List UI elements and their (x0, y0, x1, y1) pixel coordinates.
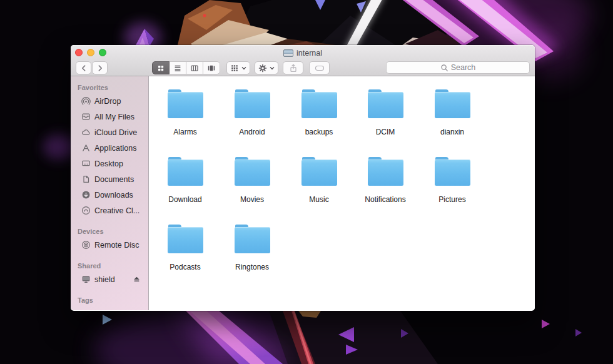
internal-drive-icon (283, 49, 293, 57)
chevron-left-icon (79, 64, 88, 73)
sidebar-item-label: AirDrop (94, 97, 121, 106)
sidebar-item-label: Remote Disc (94, 241, 139, 250)
search-input[interactable]: Search (386, 61, 530, 74)
sidebar-section-tags: Tags (78, 296, 148, 304)
folder-dianxin[interactable]: dianxin (421, 89, 484, 136)
sidebar-item-label: Creative Cl... (94, 206, 139, 215)
folder-dcim[interactable]: DCIM (354, 89, 417, 136)
sidebar-item-desktop[interactable]: Desktop (71, 156, 148, 171)
blue-folder-icon (435, 157, 470, 186)
sidebar-section-shared: Shared (78, 262, 148, 270)
sidebar-item-red[interactable]: Red (71, 306, 148, 310)
action-dropdown[interactable] (255, 61, 278, 74)
folder-label: dianxin (440, 128, 464, 136)
folder-label: Ringtones (235, 263, 269, 271)
sidebar-section-favorites: Favorites (78, 84, 148, 91)
all-my-files-icon (81, 112, 94, 121)
sidebar-item-label: shield (94, 275, 115, 284)
sidebar-item-label: Desktop (94, 159, 123, 168)
sidebar-item-label: iCloud Drive (94, 128, 137, 137)
folder-label: Download (168, 195, 201, 204)
blue-folder-icon (368, 157, 403, 186)
folder-label: Music (309, 195, 328, 204)
applications-icon (81, 143, 94, 153)
tab-icon-view[interactable] (152, 61, 170, 74)
arrange-dropdown[interactable] (226, 61, 250, 74)
folder-label: Podcasts (170, 263, 200, 271)
creative-cloud-icon (81, 206, 94, 215)
sidebar-item-airdrop[interactable]: AirDrop (71, 93, 148, 109)
folder-label: Alarms (173, 128, 196, 136)
tab-column-view[interactable] (186, 61, 203, 74)
blue-folder-icon (301, 157, 337, 186)
blue-folder-icon (235, 157, 270, 186)
gear-icon (258, 64, 267, 73)
arrange-grid-icon (230, 64, 239, 73)
remote-disc-icon (81, 240, 94, 250)
view-mode-segmented-control (152, 61, 220, 74)
window-title-row: internal (71, 48, 535, 58)
coverflow-icon (207, 64, 216, 73)
desktop-icon (81, 159, 94, 168)
toolbar: Search (71, 61, 535, 74)
sidebar-item-label: Red (94, 310, 109, 311)
chevron-down-icon (241, 65, 247, 71)
blue-folder-icon (435, 89, 470, 118)
blue-folder-icon (368, 89, 403, 118)
blue-folder-icon (168, 89, 203, 118)
forward-button[interactable] (92, 61, 108, 74)
grid-icon (156, 64, 165, 73)
sidebar-item-downloads[interactable]: Downloads (71, 187, 148, 203)
columns-icon (190, 64, 199, 73)
airdrop-icon (81, 96, 94, 106)
search-icon (440, 64, 448, 72)
tab-list-view[interactable] (169, 61, 186, 74)
sidebar-item-creative-cl[interactable]: Creative Cl... (71, 203, 148, 218)
blue-folder-icon (168, 157, 203, 186)
share-icon (289, 64, 298, 73)
folder-download[interactable]: Download (154, 157, 216, 204)
sidebar-item-remote-disc[interactable]: Remote Disc (71, 237, 148, 253)
tab-coverflow-view[interactable] (203, 61, 220, 74)
sidebar-item-label: Downloads (94, 191, 133, 200)
eject-icon[interactable] (133, 275, 141, 283)
finder-window: internal (71, 45, 535, 311)
folder-ringtones[interactable]: Ringtones (221, 225, 283, 271)
blue-folder-icon (235, 89, 270, 118)
blue-folder-icon (168, 225, 203, 253)
blue-folder-icon (235, 225, 270, 253)
sidebar-item-shield[interactable]: shield (71, 271, 148, 287)
folder-alarms[interactable]: Alarms (154, 89, 216, 136)
folder-label: Movies (240, 195, 264, 204)
folder-android[interactable]: Android (221, 89, 283, 136)
titlebar[interactable]: internal (71, 45, 535, 76)
folder-music[interactable]: Music (288, 157, 350, 204)
sidebar-item-applications[interactable]: Applications (71, 140, 148, 156)
sidebar-item-icloud-drive[interactable]: iCloud Drive (71, 124, 148, 140)
back-button[interactable] (76, 61, 91, 74)
window-title: internal (296, 49, 322, 58)
downloads-icon (81, 190, 94, 200)
tags-button[interactable] (309, 61, 330, 74)
sidebar-item-label: Documents (94, 175, 134, 184)
share-button[interactable] (283, 61, 303, 74)
sidebar-item-documents[interactable]: Documents (71, 171, 148, 187)
desktop: internal (0, 0, 613, 364)
sidebar-item-all-my-files[interactable]: All My Files (71, 109, 148, 124)
folder-backups[interactable]: backups (288, 89, 350, 136)
sidebar-section-devices: Devices (78, 228, 148, 235)
search-placeholder: Search (451, 63, 476, 72)
folder-podcasts[interactable]: Podcasts (154, 225, 216, 271)
sidebar-item-label: Applications (94, 144, 136, 153)
red-tag-icon (81, 309, 94, 310)
folder-label: Android (239, 128, 265, 136)
folder-movies[interactable]: Movies (221, 157, 283, 204)
folder-label: Notifications (365, 195, 405, 204)
window-body: FavoritesAirDropAll My FilesiCloud Drive… (71, 76, 535, 310)
list-icon (173, 64, 182, 73)
icloud-icon (81, 128, 94, 137)
chevron-down-icon (269, 65, 275, 71)
folder-notifications[interactable]: Notifications (354, 157, 417, 204)
folder-pictures[interactable]: Pictures (421, 157, 484, 204)
folder-label: backups (305, 128, 333, 136)
